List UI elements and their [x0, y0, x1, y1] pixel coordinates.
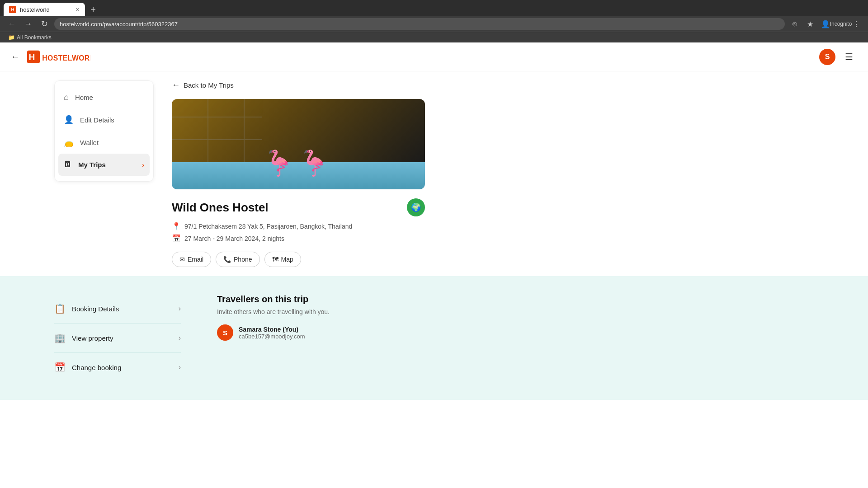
address-row: 📍 97/1 Petchakasem 28 Yak 5, Pasijaroen,… [172, 222, 425, 230]
hostel-image: 🦩 🦩 [172, 99, 425, 189]
map-label: Map [281, 256, 293, 263]
change-booking-left: 📅 Change booking [54, 362, 121, 373]
change-booking-item[interactable]: 📅 Change booking › [54, 353, 181, 382]
email-button[interactable]: ✉ Email [172, 252, 211, 267]
site-header: ← H HOSTELWORLD S ☰ [0, 42, 868, 71]
booking-details-item[interactable]: 📋 Booking Details › [54, 294, 181, 324]
structure-overlay [172, 99, 425, 189]
calendar-icon: 🗓 [64, 160, 72, 169]
app: ← H HOSTELWORLD S ☰ ⌂ Home 👤 Edit Detail… [0, 42, 868, 485]
header-back-button[interactable]: ← [11, 52, 20, 62]
change-booking-chevron: › [179, 363, 181, 371]
browser-tabs: H hostelworld × + [0, 0, 868, 16]
wallet-icon: 👝 [64, 137, 74, 147]
chevron-right-icon: › [142, 161, 144, 169]
svg-text:HOSTELWORLD: HOSTELWORLD [42, 54, 90, 61]
booking-details-chevron: › [179, 305, 181, 313]
traveller-info: Samara Stone (You) ca5be157@moodjoy.com [239, 326, 305, 340]
svg-text:H: H [29, 52, 35, 62]
hostel-title-row: Wild Ones Hostel 🌍 [172, 198, 425, 216]
url-text: hostelworld.com/pwa/account/trip/5603223… [60, 21, 178, 28]
back-to-trips-label: Back to My Trips [184, 81, 234, 89]
incognito-label: Incognito [835, 18, 847, 30]
sidebar-item-trips-label: My Trips [78, 161, 106, 169]
sidebar-item-wallet-label: Wallet [80, 139, 99, 146]
sidebar-item-my-trips[interactable]: 🗓 My Trips › [58, 154, 150, 176]
person-icon: 👤 [64, 115, 74, 125]
header-right: S ☰ [819, 49, 857, 65]
phone-button[interactable]: 📞 Phone [216, 252, 259, 267]
cast-icon[interactable]: ⎋ [788, 18, 801, 30]
trip-content: ← Back to My Trips 🦩 🦩 W [172, 80, 425, 267]
back-arrow-icon: ← [172, 80, 180, 90]
bookmark-icon[interactable]: ★ [804, 18, 816, 30]
logo-svg: H HOSTELWORLD [27, 50, 90, 64]
menu-button[interactable]: ☰ [841, 49, 857, 65]
sidebar-item-wallet[interactable]: 👝 Wallet [55, 131, 153, 154]
booking-details-left: 📋 Booking Details [54, 303, 119, 314]
view-property-label: View property [72, 334, 113, 342]
tab-favicon: H [9, 6, 16, 13]
tab-close-button[interactable]: × [76, 6, 80, 13]
sidebar-item-home[interactable]: ⌂ Home [55, 86, 153, 108]
traveller-item: S Samara Stone (You) ca5be157@moodjoy.co… [217, 324, 389, 341]
map-button[interactable]: 🗺 Map [264, 252, 301, 267]
travellers-desc: Invite others who are travelling with yo… [217, 308, 389, 315]
traveller-email: ca5be157@moodjoy.com [239, 333, 305, 340]
travellers-section: Travellers on this trip Invite others wh… [217, 294, 389, 382]
hostel-info: 📍 97/1 Petchakasem 28 Yak 5, Pasijaroen,… [172, 222, 425, 243]
site-logo[interactable]: H HOSTELWORLD [27, 50, 90, 64]
change-booking-label: Change booking [72, 364, 121, 371]
bookmarks-bar: 📁 All Bookmarks [0, 32, 868, 42]
bottom-section: 📋 Booking Details › 🏢 View property › 📅 … [0, 276, 868, 400]
tab-title: hostelworld [20, 6, 72, 13]
hostelworld-badge-icon: 🌍 [411, 202, 421, 212]
change-booking-icon: 📅 [54, 362, 66, 373]
user-avatar[interactable]: S [819, 49, 835, 65]
map-icon: 🗺 [272, 256, 278, 263]
address-bar[interactable]: hostelworld.com/pwa/account/trip/5603223… [54, 18, 785, 30]
dates-row: 📅 27 March - 29 March 2024, 2 nights [172, 234, 425, 243]
refresh-nav-button[interactable]: ↻ [38, 18, 51, 30]
hostel-badge: 🌍 [407, 198, 425, 216]
browser-chrome: H hostelworld × + ← → ↻ hostelworld.com/… [0, 0, 868, 32]
dates-icon: 📅 [172, 234, 181, 243]
view-property-left: 🏢 View property [54, 333, 113, 343]
back-to-trips-link[interactable]: ← Back to My Trips [172, 80, 425, 90]
phone-icon: 📞 [223, 256, 231, 263]
main-content: ⌂ Home 👤 Edit Details 👝 Wallet 🗓 My Trip… [0, 71, 868, 276]
action-list: 📋 Booking Details › 🏢 View property › 📅 … [54, 294, 181, 382]
folder-icon: 📁 [8, 34, 15, 41]
view-property-icon: 🏢 [54, 333, 66, 343]
email-label: Email [188, 256, 203, 263]
browser-actions: ⎋ ★ 👤 Incognito ⋮ [788, 18, 863, 30]
view-property-chevron: › [179, 334, 181, 342]
view-property-item[interactable]: 🏢 View property › [54, 324, 181, 353]
new-tab-button[interactable]: + [85, 3, 101, 16]
booking-details-label: Booking Details [72, 305, 119, 313]
extensions-icon[interactable]: ⋮ [850, 18, 863, 30]
sidebar-item-home-label: Home [75, 94, 93, 101]
back-nav-button[interactable]: ← [5, 18, 18, 30]
hostel-name: Wild Ones Hostel [172, 201, 269, 215]
home-icon: ⌂ [64, 93, 69, 102]
browser-toolbar: ← → ↻ hostelworld.com/pwa/account/trip/5… [0, 16, 868, 32]
email-icon: ✉ [179, 256, 185, 263]
location-icon: 📍 [172, 222, 181, 230]
sidebar: ⌂ Home 👤 Edit Details 👝 Wallet 🗓 My Trip… [54, 80, 154, 182]
browser-tab-active[interactable]: H hostelworld × [4, 3, 85, 16]
hostel-address: 97/1 Petchakasem 28 Yak 5, Pasijaroen, B… [184, 223, 352, 230]
all-bookmarks[interactable]: 📁 All Bookmarks [5, 34, 54, 41]
traveller-avatar: S [217, 324, 233, 341]
phone-label: Phone [234, 256, 252, 263]
booking-details-icon: 📋 [54, 303, 66, 314]
contact-buttons: ✉ Email 📞 Phone 🗺 Map [172, 252, 425, 267]
traveller-name: Samara Stone (You) [239, 326, 305, 333]
travellers-title: Travellers on this trip [217, 294, 389, 305]
sidebar-item-edit-label: Edit Details [80, 116, 114, 124]
forward-nav-button[interactable]: → [22, 18, 34, 30]
hostel-dates: 27 March - 29 March 2024, 2 nights [184, 235, 284, 242]
sidebar-item-edit-details[interactable]: 👤 Edit Details [55, 108, 153, 131]
